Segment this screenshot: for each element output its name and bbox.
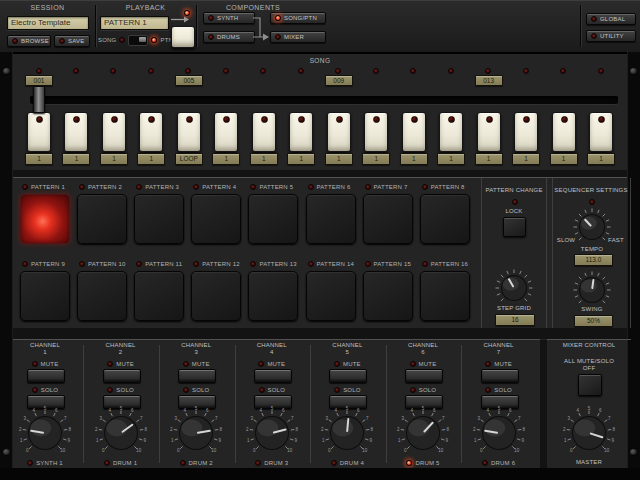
pattern-pad-12[interactable] <box>191 271 241 321</box>
song-position-slider-handle[interactable] <box>33 86 45 113</box>
global-button[interactable]: GLOBAL <box>586 13 636 25</box>
pattern-pad-16[interactable] <box>420 271 470 321</box>
channel-level-knob[interactable]: 012345678910 <box>394 404 452 462</box>
save-led <box>59 38 65 44</box>
step-button-15[interactable] <box>552 112 576 152</box>
pattern-pad-9[interactable] <box>20 271 70 321</box>
step-button-16[interactable] <box>589 112 613 152</box>
svg-text:0: 0 <box>480 448 483 453</box>
step-button-2[interactable] <box>64 112 88 152</box>
channel-level-knob[interactable]: 012345678910 <box>318 404 376 462</box>
step-button-6[interactable] <box>214 112 238 152</box>
step-button-8[interactable] <box>289 112 313 152</box>
browse-button[interactable]: BROWSE <box>7 35 51 47</box>
tempo-slow-label: SLOW <box>552 237 580 244</box>
step-button-14[interactable] <box>514 112 538 152</box>
channel-name: DRUM 2 <box>156 459 236 467</box>
channel-level-knob[interactable]: 012345678910 <box>470 404 528 462</box>
pattern-pad-7[interactable] <box>363 194 413 244</box>
song-position-slider-track[interactable] <box>30 96 618 104</box>
pattern-pad-8[interactable] <box>420 194 470 244</box>
step-button-9[interactable] <box>327 112 351 152</box>
pattern-pad-1[interactable] <box>20 194 70 244</box>
mute-label-led <box>107 361 113 367</box>
svg-text:8: 8 <box>612 427 615 432</box>
utility-button[interactable]: UTILITY <box>586 30 636 42</box>
mute-label: MUTE <box>237 360 307 368</box>
solo-label: SOLO <box>10 386 80 394</box>
channel-divider <box>235 345 236 463</box>
svg-text:9: 9 <box>370 438 373 443</box>
pattern-pad-4[interactable] <box>191 194 241 244</box>
channel-level-knob[interactable]: 012345678910 <box>243 404 301 462</box>
svg-text:10: 10 <box>287 448 293 453</box>
svg-text:0: 0 <box>102 448 105 453</box>
mute-button[interactable] <box>329 369 367 383</box>
song-ptn-switch[interactable] <box>128 35 148 46</box>
svg-text:6: 6 <box>357 408 360 413</box>
solo-label: SOLO <box>464 386 534 394</box>
pattern-label: PATTERN 15 <box>365 260 425 268</box>
pattern-pad-5[interactable] <box>248 194 298 244</box>
mute-button[interactable] <box>103 369 141 383</box>
pattern-change-title: PATTERN CHANGE <box>481 187 547 194</box>
step-button-7[interactable] <box>252 112 276 152</box>
svg-text:3: 3 <box>175 416 178 421</box>
pattern-pad-10[interactable] <box>77 271 127 321</box>
channel-name-led <box>331 460 337 466</box>
pattern-label-text: PATTERN 12 <box>202 261 239 267</box>
play-button[interactable] <box>171 26 195 48</box>
step-button-11[interactable] <box>402 112 426 152</box>
synth-component-button[interactable]: SYNTH <box>203 12 255 24</box>
channel-level-knob[interactable]: 012345678910 <box>16 404 74 462</box>
playback-pattern-display[interactable]: PATTERN 1 <box>100 16 169 30</box>
mute-button[interactable] <box>254 369 292 383</box>
step-button-13[interactable] <box>477 112 501 152</box>
step-button-4[interactable] <box>139 112 163 152</box>
right-bezel <box>627 52 640 480</box>
svg-text:6: 6 <box>55 408 58 413</box>
pattern-label-text: PATTERN 7 <box>374 184 408 190</box>
pattern-pad-2[interactable] <box>77 194 127 244</box>
playback-title: PLAYBACK <box>95 4 196 11</box>
divider-line <box>13 339 540 340</box>
channel-title: CHANNEL <box>86 342 156 349</box>
pattern-pad-14[interactable] <box>306 271 356 321</box>
svg-text:3: 3 <box>24 416 27 421</box>
song-ptn-component-button[interactable]: SONG/PTN <box>270 12 326 24</box>
channel-level-knob[interactable]: 012345678910 <box>167 404 225 462</box>
mixer-component-button[interactable]: MIXER <box>270 31 326 43</box>
pattern-pad-15[interactable] <box>363 271 413 321</box>
mute-label-text: MUTE <box>192 361 210 367</box>
all-mute-solo-button[interactable] <box>578 374 602 396</box>
pattern-pad-3[interactable] <box>134 194 184 244</box>
pattern-label-led <box>308 261 314 267</box>
mute-button[interactable] <box>27 369 65 383</box>
channel-level-knob[interactable]: 012345678910 <box>92 404 150 462</box>
master-label: MASTER <box>547 459 631 466</box>
pattern-pad-6[interactable] <box>306 194 356 244</box>
step-button-12[interactable] <box>439 112 463 152</box>
mute-button[interactable] <box>481 369 519 383</box>
save-button[interactable]: SAVE <box>54 35 90 47</box>
svg-text:0: 0 <box>177 448 180 453</box>
step-button-5[interactable] <box>177 112 201 152</box>
pattern-label-text: PATTERN 11 <box>145 261 182 267</box>
channel-title: CHANNEL <box>237 342 307 349</box>
pattern-label-text: PATTERN 8 <box>431 184 465 190</box>
drums-component-button[interactable]: DRUMS <box>203 31 255 43</box>
step-button-10[interactable] <box>364 112 388 152</box>
mute-label-text: MUTE <box>419 361 437 367</box>
step-button-1[interactable] <box>27 112 51 152</box>
step-button-3[interactable] <box>102 112 126 152</box>
lock-button[interactable] <box>503 217 526 237</box>
song-position-led <box>223 68 229 74</box>
master-knob[interactable]: 012345678910 <box>560 404 618 462</box>
pattern-pad-11[interactable] <box>134 271 184 321</box>
solo-label-led <box>107 387 113 393</box>
mute-button[interactable] <box>178 369 216 383</box>
session-name-display[interactable]: Electro Template <box>7 16 89 30</box>
mute-button[interactable] <box>405 369 443 383</box>
pattern-pad-13[interactable] <box>248 271 298 321</box>
synth-label: SYNTH <box>217 15 238 21</box>
